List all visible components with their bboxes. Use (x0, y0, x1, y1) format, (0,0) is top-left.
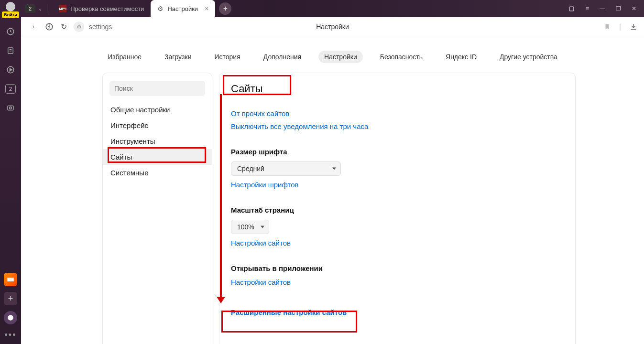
sidebar-item-system[interactable]: Системные (103, 165, 212, 181)
download-icon[interactable] (630, 23, 637, 31)
new-tab-button[interactable]: + (219, 2, 231, 15)
alice-icon[interactable] (4, 311, 17, 324)
nav-addons[interactable]: Дополнения (258, 51, 307, 63)
sidebar-item-tools[interactable]: Инструменты (103, 133, 212, 149)
label-open-in-app: Открывать в приложении (231, 264, 564, 272)
extensions-icon[interactable] (568, 5, 575, 12)
tab-inactive-1[interactable]: МРЧ Проверка совместимости (52, 0, 151, 17)
close-window-icon[interactable]: ✕ (632, 5, 636, 12)
page-content: Избранное Загрузки История Дополнения На… (21, 36, 644, 344)
label-font-size: Размер шрифта (231, 148, 564, 156)
login-badge[interactable]: Войти (2, 11, 19, 18)
link-advanced-site-settings[interactable]: Расширенные настройки сайтов (231, 308, 564, 316)
menu-icon[interactable]: ≡ (586, 5, 589, 12)
browser-side-strip: Войти 2 + ••• (0, 0, 21, 344)
settings-top-nav: Избранное Загрузки История Дополнения На… (21, 36, 644, 73)
mail-icon[interactable] (4, 273, 17, 286)
minimize-icon[interactable]: — (600, 5, 605, 12)
nav-history[interactable]: История (208, 51, 246, 63)
bookmark-icon[interactable] (604, 23, 611, 31)
tabs-count-icon[interactable]: 2 (5, 83, 16, 95)
site-identity-icon[interactable]: ⚙ (74, 22, 84, 32)
nav-downloads[interactable]: Загрузки (159, 51, 197, 63)
nav-security[interactable]: Безопасность (374, 51, 428, 63)
screenshot-icon[interactable] (5, 102, 16, 114)
select-font-size[interactable]: Средний (231, 161, 341, 176)
back-icon[interactable]: ← (28, 20, 42, 34)
tab-dropdown-caret[interactable]: ⌄ (38, 6, 42, 11)
tab-counter[interactable]: 2 (25, 4, 35, 13)
tab1-favicon-icon: МРЧ (59, 5, 66, 12)
svg-point-5 (8, 315, 13, 321)
tab-divider (47, 4, 47, 13)
play-icon[interactable] (5, 64, 16, 75)
reload-icon[interactable]: ↻ (56, 20, 71, 34)
window-controls: ≡ — ❐ ✕ (568, 5, 644, 12)
svg-point-4 (10, 107, 12, 109)
link-site-settings-zoom[interactable]: Настройки сайтов (231, 239, 564, 247)
tab1-label: Проверка совместимости (70, 5, 144, 12)
settings-sidebar: Общие настройки Интерфейс Инструменты Са… (102, 73, 212, 344)
page-title: Настройки (316, 23, 349, 31)
gear-icon: ⚙ (157, 5, 164, 12)
label-page-zoom: Масштаб страниц (231, 206, 564, 214)
link-other-sites[interactable]: От прочих сайтов (231, 109, 564, 118)
nav-other-devices[interactable]: Другие устройства (494, 51, 563, 63)
address-text[interactable]: settings (89, 23, 112, 31)
bookmark-list-icon[interactable] (5, 45, 16, 56)
settings-search-input[interactable] (109, 81, 205, 96)
clock-icon[interactable] (5, 26, 16, 37)
section-heading-sites: Сайты (231, 83, 263, 95)
maximize-icon[interactable]: ❐ (616, 5, 621, 12)
tab2-label: Настройки (167, 5, 198, 12)
yandex-home-icon[interactable] (42, 20, 56, 34)
address-bar: ← ↻ ⚙ settings Настройки | (21, 17, 644, 36)
add-panel-icon[interactable]: + (4, 292, 17, 305)
select-zoom[interactable]: 100% (231, 220, 269, 234)
more-dots-icon[interactable]: ••• (5, 330, 17, 340)
avatar-icon[interactable] (6, 2, 15, 11)
link-disable-notifications[interactable]: Выключить все уведомления на три часа (231, 122, 564, 130)
link-font-settings[interactable]: Настройки шрифтов (231, 181, 564, 189)
tab-bar: 2 ⌄ МРЧ Проверка совместимости ⚙ Настрой… (21, 0, 644, 17)
svg-rect-6 (569, 7, 574, 11)
settings-main-panel: Сайты От прочих сайтов Выключить все уве… (219, 73, 576, 344)
nav-settings[interactable]: Настройки (318, 51, 363, 63)
svg-rect-3 (8, 106, 13, 110)
link-site-settings-app[interactable]: Настройки сайтов (231, 278, 564, 286)
sidebar-item-sites[interactable]: Сайты (103, 149, 212, 165)
nav-yandex-id[interactable]: Яндекс ID (440, 51, 482, 63)
tab-active-settings[interactable]: ⚙ Настройки × (151, 0, 215, 17)
sidebar-item-general[interactable]: Общие настройки (103, 102, 212, 118)
sidebar-item-interface[interactable]: Интерфейс (103, 118, 212, 133)
tab-close-icon[interactable]: × (205, 5, 208, 12)
nav-favorites[interactable]: Избранное (102, 51, 147, 63)
